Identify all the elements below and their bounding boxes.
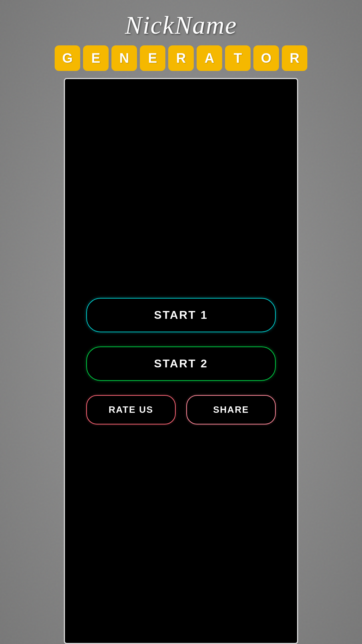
gen-letter-r: R	[168, 45, 194, 71]
phone-content: START 1 START 2 RATE US SHARE	[65, 79, 297, 643]
buttons-section: START 1 START 2 RATE US SHARE	[86, 298, 276, 424]
start1-button[interactable]: START 1	[86, 298, 276, 332]
gen-letter-a: A	[197, 45, 222, 71]
gen-letter-n: N	[111, 45, 137, 71]
share-button[interactable]: SHARE	[186, 395, 276, 424]
rate-us-button[interactable]: RATE US	[86, 395, 176, 424]
gen-letter-r2: R	[282, 45, 307, 71]
gen-letter-e2: E	[140, 45, 165, 71]
gen-letter-e1: E	[83, 45, 109, 71]
header-section: NickName G E N E R A T O R	[55, 0, 307, 71]
generator-badges: G E N E R A T O R	[55, 45, 307, 71]
phone-frame: START 1 START 2 RATE US SHARE	[64, 78, 298, 644]
gen-letter-o: O	[253, 45, 279, 71]
bottom-buttons-row: RATE US SHARE	[86, 395, 276, 424]
app-title: NickName	[125, 11, 237, 40]
start2-button[interactable]: START 2	[86, 346, 276, 381]
gen-letter-g: G	[55, 45, 80, 71]
gen-letter-t: T	[225, 45, 251, 71]
